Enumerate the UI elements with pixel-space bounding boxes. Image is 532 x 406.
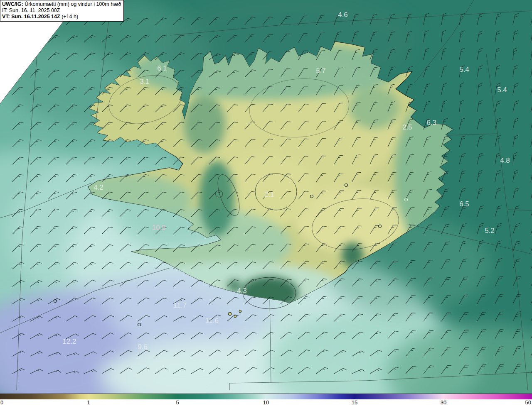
precip-value-label: 11.6 xyxy=(205,317,219,325)
iceland-precip-wind-map: 4.66.13.15.75.45.46.32.54.84.22.16.55.21… xyxy=(0,0,532,394)
weather-map-page: 4.66.13.15.75.45.46.32.54.84.22.16.55.21… xyxy=(0,0,532,406)
precip-value-label: 2.1 xyxy=(264,191,274,198)
precip-value-label: 11.7 xyxy=(173,301,187,309)
precip-value-label: 4.6 xyxy=(338,11,348,19)
precip-value-label: 5.4 xyxy=(459,66,469,73)
valid-time-line: VT: Sun. 16.11.2025 14Z (+14 h) xyxy=(2,14,121,20)
colorbar-tick-labels: 01510153050 xyxy=(0,399,532,406)
island xyxy=(239,310,241,313)
map-canvas: 4.66.13.15.75.45.46.32.54.84.22.16.55.21… xyxy=(0,0,532,394)
map-title-box: UWC/IG: Úrkomumætti (mm) og vindur i 100… xyxy=(0,0,124,22)
precip-value-label: 2.5 xyxy=(402,123,412,131)
valid-time: VT: Sun. 16.11.2025 14Z xyxy=(2,14,60,20)
title-line-1: UWC/IG: Úrkomumætti (mm) og vindur i 100… xyxy=(2,1,121,7)
precip-value-label: 3.1 xyxy=(140,78,150,86)
colorbar-tick: 1 xyxy=(87,399,90,406)
precip-value-label: 6.3 xyxy=(426,119,436,127)
precip-value-label: 12.2 xyxy=(62,338,76,345)
precip-value-label: 4.3 xyxy=(237,287,247,295)
precip-value-label: 10.9 xyxy=(152,224,165,232)
precip-value-label: 6.5 xyxy=(459,200,469,208)
precip-value-label: 5.7 xyxy=(316,67,326,75)
colorbar-tick: 10 xyxy=(263,399,269,406)
title-text: Úrkomumætti (mm) og vindur i 100m hæð xyxy=(23,1,121,7)
lead-time: (+14 h) xyxy=(60,14,78,20)
island xyxy=(234,315,236,318)
colorbar-tick: 30 xyxy=(441,399,446,406)
colorbar-tick: 5 xyxy=(176,399,179,406)
precip-value-label: 4.8 xyxy=(500,157,510,164)
precip-value-label: 5.4 xyxy=(497,86,507,94)
island xyxy=(228,312,232,316)
model-id: UWC/IG: xyxy=(2,1,23,7)
precip-value-label: 9.6 xyxy=(138,343,148,351)
init-time-line: IT: Sun. 16. 11. 2025 00Z xyxy=(2,7,121,14)
colorbar-tick: 50 xyxy=(525,399,531,406)
precip-value-label: 4.2 xyxy=(94,183,103,191)
colorbar-tick: 15 xyxy=(352,399,357,406)
precip-value-label: 5.2 xyxy=(485,227,495,235)
colorbar-tick: 0 xyxy=(0,399,3,406)
precip-value-label: 6.1 xyxy=(157,64,167,72)
